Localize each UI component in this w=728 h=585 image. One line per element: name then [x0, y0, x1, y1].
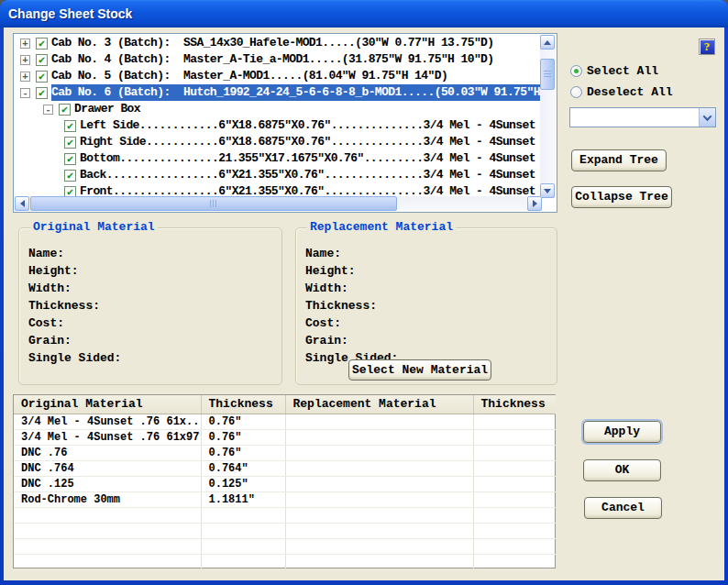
dialog-body: +✔Cab No. 3 (Batch): SSA_14x30_Hafele-MO… [4, 28, 724, 580]
replacement-material-title: Replacement Material [307, 220, 456, 234]
expand-plus-icon[interactable]: + [20, 55, 30, 65]
table-cell: 0.125" [201, 476, 285, 491]
field-label: Cost: [305, 315, 557, 332]
collapse-minus-icon[interactable]: - [20, 88, 30, 98]
checkbox-checked-icon[interactable]: ✔ [59, 104, 71, 116]
titlebar[interactable]: Change Sheet Stock [0, 0, 728, 28]
expand-tree-button[interactable]: Expand Tree [571, 149, 667, 171]
select-all-radio[interactable]: Select All [570, 64, 658, 78]
table-row[interactable] [14, 554, 556, 569]
tree-content: +✔Cab No. 3 (Batch): SSA_14x30_Hafele-MO… [14, 35, 541, 198]
tree-item[interactable]: +✔Cab No. 3 (Batch): SSA_14x30_Hafele-MO… [14, 35, 541, 51]
tree-item-label: Cab No. 3 (Batch): SSA_14x30_Hafele-MOD1… [51, 35, 541, 51]
collapse-minus-icon[interactable]: - [43, 105, 53, 115]
select-new-material-button[interactable]: Select New Material [348, 359, 491, 381]
table-header-cell[interactable]: Original Material [14, 395, 201, 414]
tree-item-label: Right Side...........6"X18.6875"X0.76"..… [80, 134, 541, 150]
checkbox-checked-icon[interactable]: ✔ [36, 71, 48, 83]
table-row[interactable] [14, 538, 556, 554]
table-header-cell[interactable]: Thickness [201, 395, 285, 414]
tree-item[interactable]: -✔Drawer Box [14, 101, 541, 117]
radio-unselected-icon[interactable] [570, 86, 582, 98]
table-row[interactable] [14, 507, 556, 523]
field-label: Height: [28, 262, 281, 280]
help-button[interactable]: ? [699, 39, 715, 55]
dropdown-arrow-button[interactable] [699, 108, 715, 127]
horizontal-scroll-thumb[interactable] [30, 196, 397, 211]
table-row[interactable]: 3/4 Mel - 4Sunset .76 61x...0.76" [14, 414, 556, 429]
deselect-all-label: Deselect All [587, 85, 673, 99]
thumb-grip-icon [210, 200, 217, 207]
expand-plus-icon[interactable]: + [20, 39, 30, 49]
table-cell: Rod-Chrome 30mm [14, 491, 201, 507]
materials-table[interactable]: Original MaterialThicknessReplacement Ma… [13, 394, 556, 568]
table-cell: 3/4 Mel - 4Sunset .76 61x97 [14, 429, 201, 445]
table-row[interactable] [14, 523, 556, 538]
checkbox-checked-icon[interactable]: ✔ [36, 87, 48, 99]
apply-button[interactable]: Apply [583, 421, 661, 443]
material-dropdown[interactable] [569, 107, 716, 127]
select-all-label: Select All [587, 64, 658, 78]
table-header-row: Original MaterialThicknessReplacement Ma… [14, 395, 556, 414]
table-header-cell[interactable]: Thickness [473, 395, 556, 414]
thumb-grip-icon [544, 71, 551, 78]
table-cell [285, 445, 473, 460]
table-cell: DNC .764 [14, 460, 201, 476]
checkbox-checked-icon[interactable]: ✔ [36, 54, 48, 66]
tree-item-label: Bottom...............21.355"X17.1675"X0.… [80, 150, 541, 167]
scroll-left-button[interactable] [15, 196, 29, 211]
tree-item[interactable]: +✔Cab No. 4 (Batch): Master_A-Tie_a-MOD1… [14, 51, 541, 68]
table-cell: 0.76" [201, 445, 285, 460]
cancel-button[interactable]: Cancel [584, 497, 662, 519]
table-cell [285, 538, 473, 554]
scroll-up-button[interactable] [540, 35, 555, 50]
table-row[interactable]: DNC .1250.125" [14, 476, 556, 491]
tree-item-label: Drawer Box [74, 101, 541, 117]
vertical-scrollbar[interactable] [540, 35, 556, 198]
table-row[interactable]: Rod-Chrome 30mm1.1811" [14, 491, 556, 507]
materials-table-body[interactable]: 3/4 Mel - 4Sunset .76 61x...0.76"3/4 Mel… [14, 414, 556, 569]
scroll-down-button[interactable] [540, 183, 555, 198]
radio-selected-icon[interactable] [570, 65, 582, 77]
deselect-all-radio[interactable]: Deselect All [570, 85, 673, 99]
tree-item-label: Left Side............6"X18.6875"X0.76"..… [80, 117, 541, 134]
checkbox-checked-icon[interactable]: ✔ [64, 153, 76, 165]
ok-button[interactable]: OK [583, 459, 661, 481]
table-cell [201, 554, 285, 569]
tree-item[interactable]: ✔Right Side...........6"X18.6875"X0.76".… [14, 134, 541, 150]
table-header-cell[interactable]: Replacement Material [285, 395, 473, 414]
checkbox-checked-icon[interactable]: ✔ [64, 120, 76, 132]
original-material-title: Original Material [30, 220, 158, 234]
checkbox-checked-icon[interactable]: ✔ [36, 38, 48, 50]
table-cell [473, 414, 556, 429]
table-row[interactable]: 3/4 Mel - 4Sunset .76 61x970.76" [14, 429, 556, 445]
tree-item-label: Cab No. 4 (Batch): Master_A-Tie_a-MOD1..… [51, 51, 541, 68]
chevron-down-icon [703, 112, 712, 121]
tree-item[interactable]: ✔Back.................6"X21.355"X0.76"..… [14, 167, 541, 183]
field-label: Name: [305, 245, 557, 262]
field-label: Thickness: [28, 297, 281, 315]
tree-item[interactable]: -✔Cab No. 6 (Batch): Hutch_1992_24-24_5-… [14, 84, 541, 101]
table-cell [473, 523, 556, 538]
scroll-right-button[interactable] [527, 196, 542, 211]
tree-item[interactable]: ✔Left Side............6"X18.6875"X0.76".… [14, 117, 541, 134]
table-row[interactable]: DNC .7640.764" [14, 460, 556, 476]
cabinet-tree[interactable]: +✔Cab No. 3 (Batch): SSA_14x30_Hafele-MO… [13, 33, 557, 213]
change-sheet-stock-dialog: Change Sheet Stock +✔Cab No. 3 (Batch): … [0, 0, 728, 585]
horizontal-scrollbar[interactable] [15, 196, 542, 211]
table-row[interactable]: DNC .760.76" [14, 445, 556, 460]
tree-item[interactable]: ✔Bottom...............21.355"X17.1675"X0… [14, 150, 541, 167]
vertical-scroll-thumb[interactable] [540, 59, 555, 90]
original-material-groupbox: Original Material Name:Height:Width:Thic… [18, 227, 282, 385]
table-cell [473, 445, 556, 460]
collapse-tree-button[interactable]: Collapse Tree [571, 186, 672, 208]
tree-item[interactable]: +✔Cab No. 5 (Batch): Master_A-MOD1.....(… [14, 68, 541, 84]
checkbox-checked-icon[interactable]: ✔ [64, 170, 76, 182]
materials-table-header[interactable]: Original MaterialThicknessReplacement Ma… [14, 395, 556, 414]
table-cell [285, 429, 473, 445]
field-label: Cost: [28, 315, 281, 332]
material-dropdown-value [570, 108, 699, 127]
checkbox-checked-icon[interactable]: ✔ [64, 137, 76, 149]
table-cell [14, 507, 201, 523]
expand-plus-icon[interactable]: + [20, 72, 30, 82]
